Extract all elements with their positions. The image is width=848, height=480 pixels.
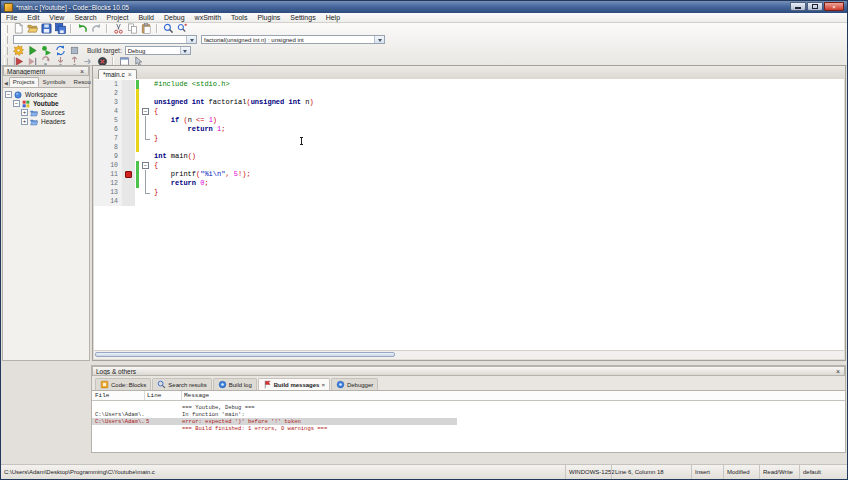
replace-icon[interactable] bbox=[175, 23, 189, 34]
logs-tab-build-messages[interactable]: Build messages× bbox=[258, 378, 330, 390]
code-editor[interactable]: 1#include <stdio.h>23unsigned int factor… bbox=[94, 79, 844, 351]
code-line-4[interactable]: 4−{ bbox=[94, 107, 844, 116]
close-button[interactable]: × bbox=[824, 2, 844, 11]
breakpoint-margin[interactable] bbox=[122, 188, 135, 197]
logs-tab-search-results[interactable]: Search results bbox=[152, 378, 211, 390]
chevron-down-icon[interactable] bbox=[374, 36, 384, 43]
scrollbar-thumb[interactable] bbox=[95, 352, 395, 357]
code-line-13[interactable]: 13} bbox=[94, 188, 844, 197]
management-tab-symbols[interactable]: Symbols bbox=[39, 77, 70, 87]
run-icon[interactable] bbox=[25, 45, 39, 56]
fold-margin[interactable] bbox=[140, 134, 151, 143]
code-line-6[interactable]: 6 return 1; bbox=[94, 125, 844, 134]
find-icon[interactable] bbox=[161, 23, 175, 34]
logs-caption[interactable]: Logs & others × bbox=[92, 366, 845, 376]
fold-collapse-icon[interactable]: − bbox=[142, 162, 149, 169]
column-message[interactable]: Message bbox=[182, 391, 845, 400]
build-message-row[interactable]: C:\Users\Adam\...In function 'main': bbox=[92, 411, 845, 418]
fold-margin[interactable] bbox=[140, 80, 151, 89]
build-message-row[interactable]: === Build finished: 1 errors, 0 warnings… bbox=[92, 425, 845, 432]
breakpoint-margin[interactable] bbox=[122, 170, 135, 179]
new-file-icon[interactable] bbox=[11, 23, 25, 34]
expand-icon[interactable]: + bbox=[21, 118, 28, 125]
minimize-button[interactable] bbox=[790, 2, 806, 11]
fold-margin[interactable] bbox=[140, 125, 151, 134]
copy-icon[interactable] bbox=[125, 23, 139, 34]
menu-settings[interactable]: Settings bbox=[285, 14, 320, 21]
fold-margin[interactable] bbox=[140, 89, 151, 98]
code-line-5[interactable]: 5 if (n <= 1) bbox=[94, 116, 844, 125]
code-line-10[interactable]: 10−{ bbox=[94, 161, 844, 170]
build-run-icon[interactable] bbox=[39, 45, 53, 56]
horizontal-scrollbar[interactable] bbox=[94, 350, 844, 359]
code-line-14[interactable]: 14 bbox=[94, 197, 844, 206]
code-line-1[interactable]: 1#include <stdio.h> bbox=[94, 80, 844, 89]
close-icon[interactable]: × bbox=[79, 68, 85, 75]
function-combo[interactable]: factorial(unsigned int n) : unsigned int bbox=[201, 35, 385, 44]
tree-item-youtube[interactable]: −Youtube bbox=[3, 99, 89, 108]
menu-help[interactable]: Help bbox=[321, 14, 345, 21]
menu-build[interactable]: Build bbox=[133, 14, 159, 21]
menu-edit[interactable]: Edit bbox=[22, 14, 44, 21]
redo-icon[interactable] bbox=[89, 23, 103, 34]
tree-item-workspace[interactable]: −Workspace bbox=[3, 90, 89, 99]
code-line-11[interactable]: 11 printf("%i\n", 5!); bbox=[94, 170, 844, 179]
scope-combo[interactable] bbox=[13, 35, 197, 44]
management-caption[interactable]: Management × bbox=[3, 66, 89, 76]
code-text[interactable]: { bbox=[151, 107, 158, 116]
title-bar[interactable]: *main.c [Youtube] - Code::Blocks 10.05 × bbox=[1, 1, 847, 13]
logs-tab-build-log[interactable]: Build log bbox=[213, 378, 257, 390]
breakpoint-margin[interactable] bbox=[122, 89, 135, 98]
menu-tools[interactable]: Tools bbox=[226, 14, 252, 21]
paste-icon[interactable] bbox=[139, 23, 153, 34]
breakpoint-margin[interactable] bbox=[122, 134, 135, 143]
breakpoint-margin[interactable] bbox=[122, 143, 135, 152]
tree-item-sources[interactable]: +Sources bbox=[3, 108, 89, 117]
code-line-2[interactable]: 2 bbox=[94, 89, 844, 98]
code-text[interactable]: { bbox=[151, 161, 158, 170]
code-text[interactable]: unsigned int factorial(unsigned int n) bbox=[151, 98, 314, 107]
rebuild-icon[interactable] bbox=[53, 45, 67, 56]
code-text[interactable]: int main() bbox=[151, 152, 196, 161]
code-text[interactable] bbox=[151, 143, 154, 152]
tree-item-headers[interactable]: +Headers bbox=[3, 117, 89, 126]
code-text[interactable]: printf("%i\n", 5!); bbox=[151, 170, 251, 179]
breakpoint-icon[interactable] bbox=[125, 171, 132, 178]
menu-plugins[interactable]: Plugins bbox=[252, 14, 285, 21]
fold-collapse-icon[interactable]: − bbox=[142, 108, 149, 115]
menu-debug[interactable]: Debug bbox=[159, 14, 190, 21]
build-icon[interactable] bbox=[11, 45, 25, 56]
breakpoint-margin[interactable] bbox=[122, 116, 135, 125]
abort-icon[interactable] bbox=[67, 45, 81, 56]
code-text[interactable]: if (n <= 1) bbox=[151, 116, 217, 125]
close-icon[interactable]: × bbox=[835, 368, 841, 375]
fold-margin[interactable] bbox=[140, 98, 151, 107]
fold-margin[interactable] bbox=[140, 143, 151, 152]
undo-icon[interactable] bbox=[75, 23, 89, 34]
breakpoint-margin[interactable] bbox=[122, 161, 135, 170]
cut-icon[interactable] bbox=[111, 23, 125, 34]
code-line-3[interactable]: 3unsigned int factorial(unsigned int n) bbox=[94, 98, 844, 107]
fold-margin[interactable] bbox=[140, 152, 151, 161]
chevron-down-icon[interactable] bbox=[180, 47, 190, 54]
build-message-row[interactable]: C:\Users\Adam\...5error: expected ')' be… bbox=[92, 418, 845, 425]
menu-wxsmith[interactable]: wxSmith bbox=[190, 14, 226, 21]
breakpoint-margin[interactable] bbox=[122, 107, 135, 116]
save-all-icon[interactable] bbox=[53, 23, 67, 34]
code-line-12[interactable]: 12 return 0; bbox=[94, 179, 844, 188]
fold-margin[interactable] bbox=[140, 116, 151, 125]
collapse-icon[interactable]: − bbox=[5, 91, 12, 98]
menu-view[interactable]: View bbox=[44, 14, 69, 21]
menu-file[interactable]: File bbox=[1, 14, 22, 21]
open-file-icon[interactable] bbox=[25, 23, 39, 34]
code-text[interactable] bbox=[151, 89, 154, 98]
save-icon[interactable] bbox=[39, 23, 53, 34]
management-tab-projects[interactable]: Projects bbox=[9, 77, 39, 87]
menu-search[interactable]: Search bbox=[69, 14, 101, 21]
code-text[interactable]: } bbox=[151, 134, 158, 143]
breakpoint-margin[interactable] bbox=[122, 98, 135, 107]
code-text[interactable]: return 0; bbox=[151, 179, 209, 188]
code-line-7[interactable]: 7} bbox=[94, 134, 844, 143]
logs-tab-debugger[interactable]: Debugger bbox=[331, 378, 378, 390]
fold-margin[interactable] bbox=[140, 170, 151, 179]
